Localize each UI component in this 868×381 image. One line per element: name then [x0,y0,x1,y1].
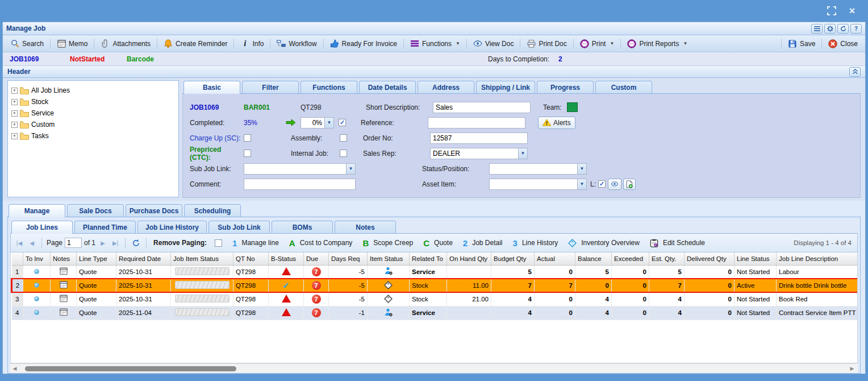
tab-manage[interactable]: Manage [9,204,65,217]
col-item-status[interactable]: Item Status [368,252,410,265]
col-line-type[interactable]: Line Type [77,252,116,265]
percent-dropdown-trigger[interactable]: ▼ [324,117,334,129]
tree-item-tasks[interactable]: + Tasks [11,130,175,142]
tab-basic[interactable]: Basic [183,81,240,94]
percent-checkbox[interactable]: ✓ [339,119,346,126]
tab-shipping-link[interactable]: Shipping / Link [476,81,535,93]
first-page-icon[interactable]: |◀ [14,238,24,248]
collapse-icon[interactable] [849,67,861,77]
memo-button[interactable]: Memo [53,38,91,50]
charge-up-checkbox[interactable] [244,134,251,142]
scrollbar-thumb[interactable] [25,366,236,371]
to-inv-icon[interactable] [34,296,39,301]
expand-icon[interactable]: + [11,99,18,105]
next-page-icon[interactable]: ▶ [98,238,108,248]
l-checkbox[interactable]: ✓ [598,180,606,188]
tab-planned-time[interactable]: Planned Time [74,221,136,233]
tab-job-line-history[interactable]: Job Line History [137,221,207,233]
expand-icon[interactable]: + [11,133,18,139]
attachments-button[interactable]: Attachments [97,38,155,50]
edit-schedule-action[interactable]: Edit Schedule [650,239,705,247]
save-button[interactable]: Save [784,38,819,50]
to-inv-icon[interactable] [34,310,39,315]
asset-item-dropdown-trigger[interactable]: ▼ [577,179,587,190]
line-history-action[interactable]: 3 Line History [513,238,558,248]
to-inv-icon[interactable] [34,283,39,288]
tree-item-all-job-lines[interactable]: + All Job Lines [11,85,175,96]
cost-to-company-action[interactable]: A Cost to Company [289,238,353,248]
ready-for-invoice-button[interactable]: Ready For Invoice [326,38,401,50]
col-qt-no[interactable]: QT No [233,252,269,265]
advance-progress-arrow-icon[interactable] [283,118,298,127]
col-exceeded[interactable]: Exceeded [612,252,649,265]
gear-icon[interactable] [824,24,836,34]
percent-input[interactable] [301,117,324,129]
col-budget-qty[interactable]: Budget Qty [491,252,535,265]
col-days-req[interactable]: Days Req [329,252,368,265]
col-required-date[interactable]: Required Date [116,252,171,265]
table-row[interactable]: 3 Quote 2025-10-31 QT298 7 -5 Stock [12,292,858,306]
tab-notes[interactable]: Notes [335,221,396,233]
col-job-line-description[interactable]: Job Line Description [777,252,858,265]
tab-purchase-docs[interactable]: Purchase Docs [126,204,182,217]
workflow-button[interactable]: Workflow [273,38,320,50]
notes-icon[interactable] [60,308,68,316]
sub-job-link-input[interactable] [244,163,346,175]
prepriced-checkbox[interactable] [244,150,251,157]
order-no-input[interactable] [430,132,528,144]
col-delivered-qty[interactable]: Delivered Qty [685,252,735,265]
tree-item-custom[interactable]: + Custom [11,119,175,130]
tab-scheduling[interactable]: Scheduling [184,204,241,217]
asset-item-input[interactable] [489,179,577,190]
add-document-button[interactable] [623,179,636,190]
info-button[interactable]: i Info [236,38,268,50]
refresh-icon[interactable] [837,24,849,34]
sales-rep-dropdown-trigger[interactable]: ▼ [518,148,528,159]
tab-job-lines[interactable]: Job Lines [11,221,73,234]
tree-item-service[interactable]: + Service [11,107,175,119]
print-doc-button[interactable]: Print Doc [523,38,570,50]
col-rownum[interactable] [12,252,23,265]
notes-icon[interactable] [60,295,68,303]
notes-icon[interactable] [60,281,68,289]
col-job-item-status[interactable]: Job Item Status [171,252,233,265]
manage-line-action[interactable]: 1 Manage line [232,238,279,248]
expand-icon[interactable]: + [11,122,18,128]
table-row-selected[interactable]: 2 Quote 2025-10-31 QT298 ✓ 7 -5 Stock [12,279,858,292]
search-button[interactable]: Search [6,38,48,50]
col-actual[interactable]: Actual [535,252,575,265]
fullscreen-icon[interactable] [826,5,837,16]
col-related-to[interactable]: Related To [410,252,447,265]
notes-icon[interactable] [60,267,68,275]
expand-icon[interactable]: + [11,88,18,94]
tab-sale-docs[interactable]: Sale Docs [67,204,124,217]
col-on-hand-qty[interactable]: On Hand Qty [447,252,491,265]
horizontal-scrollbar[interactable]: ◀ ▶ [10,363,858,373]
col-balance[interactable]: Balance [575,252,612,265]
tree-item-stock[interactable]: + Stock [11,96,175,107]
functions-button[interactable]: Functions▼ [406,38,464,50]
print-reports-button[interactable]: Print Reports▼ [623,38,691,50]
inventory-overview-action[interactable]: Inventory Overview [568,239,640,247]
tab-sub-job-link[interactable]: Sub Job Link [208,221,270,233]
tab-functions[interactable]: Functions [301,81,357,93]
short-description-input[interactable] [433,102,531,113]
expand-icon[interactable]: + [11,110,18,117]
scroll-right-icon[interactable]: ▶ [848,366,857,371]
table-row[interactable]: 1 Quote 2025-10-31 QT298 7 -5 Service [12,265,858,279]
job-detail-action[interactable]: 2 Job Detail [463,238,503,248]
scope-creep-action[interactable]: B Scope Creep [362,238,413,248]
tab-date-details[interactable]: Date Details [359,81,416,93]
page-input[interactable] [65,238,82,248]
close-button[interactable]: Close [824,38,862,50]
table-row[interactable]: 4 Quote 2025-11-04 QT298 7 -1 Service [12,306,858,320]
remove-paging-checkbox[interactable] [215,239,222,247]
last-page-icon[interactable]: ▶| [110,238,120,248]
view-doc-button[interactable]: View Doc [469,38,518,50]
prev-page-icon[interactable]: ◀ [27,238,37,248]
col-due[interactable]: Due [304,252,329,265]
reference-input[interactable] [428,117,525,129]
col-line-status[interactable]: Line Status [735,252,777,265]
col-est-qty[interactable]: Est. Qty. [649,252,685,265]
tab-custom[interactable]: Custom [595,81,652,93]
